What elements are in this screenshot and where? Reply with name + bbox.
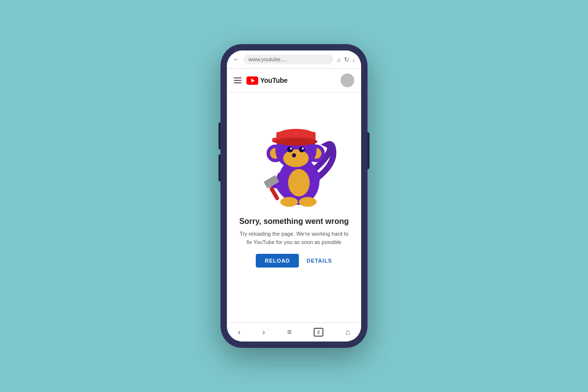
nav-bar: ‹ › ≡ 2 ⌂ — [227, 322, 361, 342]
nav-menu-icon[interactable]: ≡ — [287, 328, 292, 337]
error-subtitle: Try reloading the page. We're working ha… — [237, 230, 351, 246]
svg-point-10 — [299, 147, 305, 152]
error-title: Sorry, something went wrong — [239, 217, 349, 226]
browser-bar: ← www.youtube.... ⌕ ↻ ↓ — [227, 50, 361, 69]
nav-tabs-button[interactable]: 2 — [314, 328, 323, 337]
svg-point-23 — [299, 197, 317, 207]
browser-icons: ⌕ ↻ ↓ — [337, 56, 356, 63]
button-row: RELOAD DETAILS — [256, 254, 332, 268]
phone-screen: ← www.youtube.... ⌕ ↻ ↓ — [227, 50, 361, 342]
nav-back-icon[interactable]: ‹ — [238, 328, 240, 337]
nav-tabs-count: 2 — [317, 330, 319, 335]
youtube-logo: YouTube — [246, 76, 288, 85]
nav-forward-icon[interactable]: › — [263, 328, 265, 337]
youtube-wordmark: YouTube — [260, 76, 288, 84]
refresh-icon[interactable]: ↻ — [344, 56, 349, 63]
address-text: www.youtube.... — [248, 56, 287, 62]
monkey-illustration — [245, 100, 343, 213]
youtube-header: YouTube — [227, 69, 361, 93]
hamburger-menu[interactable] — [234, 77, 242, 83]
browser-back-icon[interactable]: ← — [233, 55, 240, 63]
svg-point-11 — [290, 147, 292, 149]
details-button[interactable]: DETAILS — [307, 258, 332, 264]
address-bar[interactable]: www.youtube.... — [244, 54, 333, 64]
svg-point-8 — [283, 149, 309, 167]
svg-point-12 — [302, 147, 304, 149]
svg-point-24 — [288, 169, 310, 196]
reload-button[interactable]: RELOAD — [256, 254, 298, 268]
yt-header-left: YouTube — [234, 76, 288, 85]
download-icon[interactable]: ↓ — [352, 56, 356, 63]
user-avatar[interactable] — [341, 74, 354, 87]
error-content: Sorry, something went wrong Try reloadin… — [227, 93, 361, 322]
svg-point-13 — [292, 153, 296, 157]
svg-point-9 — [287, 147, 293, 152]
svg-point-22 — [280, 197, 298, 207]
search-icon[interactable]: ⌕ — [337, 56, 341, 63]
svg-point-17 — [274, 138, 318, 146]
nav-home-icon[interactable]: ⌂ — [345, 328, 350, 337]
youtube-icon — [246, 76, 258, 85]
phone-frame: ← www.youtube.... ⌕ ↻ ↓ — [220, 44, 368, 348]
